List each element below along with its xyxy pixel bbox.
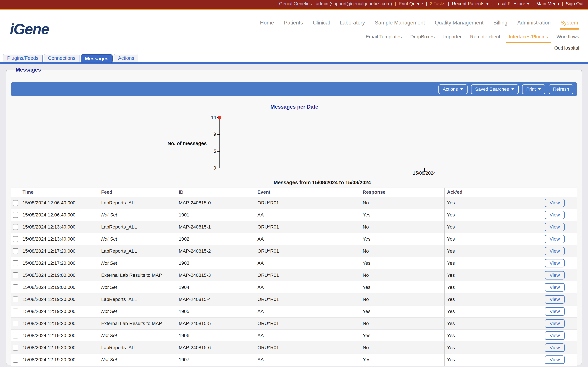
cell-response: No (360, 197, 445, 209)
nav-item-sample-management[interactable]: Sample Management (375, 20, 425, 26)
print-queue-link[interactable]: Print Queue (399, 1, 423, 7)
subnav-item-workflows[interactable]: Workflows (556, 34, 579, 40)
print-button[interactable]: Print (522, 84, 545, 94)
row-checkbox[interactable] (13, 333, 18, 338)
table-row: 15/08/2024 12:19:20.000 LabReports_ALL M… (11, 342, 577, 354)
tab-connections[interactable]: Connections (44, 54, 79, 62)
row-checkbox[interactable] (13, 309, 18, 314)
recent-patients-menu[interactable]: Recent Patients (452, 1, 489, 7)
local-filestore-menu[interactable]: Local Filestore (495, 1, 530, 7)
cell-event: AA (255, 354, 360, 366)
nav-item-patients[interactable]: Patients (284, 20, 303, 26)
x-axis (219, 168, 425, 168)
cell-id: 1905 (176, 306, 255, 317)
view-button[interactable]: View (545, 355, 565, 364)
nav-item-laboratory[interactable]: Laboratory (340, 20, 365, 26)
cell-acked: Yes (445, 293, 530, 306)
row-checkbox[interactable] (13, 357, 18, 363)
ou-label: Ou: (554, 45, 562, 51)
view-button[interactable]: View (545, 283, 565, 292)
subnav-item-remote-client[interactable]: Remote client (470, 34, 500, 40)
view-button[interactable]: View (545, 343, 565, 352)
cell-event: ORU^R01 (255, 221, 360, 233)
view-button[interactable]: View (545, 235, 565, 243)
row-checkbox[interactable] (13, 272, 18, 278)
nav-item-billing[interactable]: Billing (493, 20, 508, 26)
row-checkbox[interactable] (13, 200, 18, 206)
cell-time: 15/08/2024 12:19:20.000 (20, 293, 99, 306)
cell-response: Yes (360, 257, 445, 269)
nav-item-clinical[interactable]: Clinical (313, 20, 330, 26)
data-point-marker (218, 116, 221, 119)
recent-patients-label: Recent Patients (452, 1, 484, 7)
cell-id: 1907 (176, 354, 255, 366)
row-checkbox[interactable] (13, 212, 18, 218)
row-checkbox[interactable] (13, 224, 18, 230)
cell-response: No (360, 293, 445, 306)
cell-acked: Yes (445, 342, 530, 354)
sign-out-link[interactable]: Sign Out (566, 1, 584, 7)
ou-hospital-link[interactable]: Hospital (562, 45, 579, 51)
view-button[interactable]: View (545, 295, 565, 304)
subnav-item-dropboxes[interactable]: DropBoxes (410, 34, 435, 40)
view-button[interactable]: View (545, 211, 565, 219)
saved-searches-button[interactable]: Saved Searches (471, 84, 519, 94)
view-button[interactable]: View (545, 259, 565, 267)
igene-logo[interactable]: iGene (10, 20, 49, 38)
tab-messages[interactable]: Messages (81, 54, 113, 63)
subnav-item-email-templates[interactable]: Email Templates (366, 34, 402, 40)
cell-feed: External Lab Results to MAP (99, 269, 176, 281)
y-tick (217, 134, 219, 134)
row-checkbox[interactable] (13, 248, 18, 254)
subnav-item-importer[interactable]: Importer (443, 34, 462, 40)
cell-time: 15/08/2024 12:19:20.000 (20, 317, 99, 330)
tab-plugins-feeds[interactable]: Plugins/Feeds (3, 54, 43, 62)
top-bar: Genial Genetics - admin (support@genialg… (0, 0, 588, 10)
cell-feed: LabReports_ALL (99, 293, 176, 306)
view-button[interactable]: View (545, 199, 565, 207)
table-header-row: Time Feed ID Event Response Ack'ed (11, 188, 577, 197)
tasks-link[interactable]: 2 Tasks (430, 1, 445, 7)
messages-toolbar: Actions Saved Searches Print Refresh (11, 82, 577, 96)
time-column-header: Time (20, 188, 99, 197)
nav-item-home[interactable]: Home (260, 20, 274, 26)
cell-time: 15/08/2024 12:06:40.000 (20, 209, 99, 221)
feed-column-header: Feed (99, 188, 176, 197)
y-tick (217, 168, 219, 168)
main-menu-link[interactable]: Main Menu (536, 1, 559, 7)
view-button[interactable]: View (545, 331, 565, 340)
tab-actions[interactable]: Actions (114, 54, 138, 62)
cell-event: AA (255, 233, 360, 245)
view-button[interactable]: View (545, 319, 565, 328)
nav-item-administration[interactable]: Administration (517, 20, 551, 26)
row-checkbox[interactable] (13, 236, 18, 242)
nav-item-quality-management[interactable]: Quality Management (435, 20, 483, 26)
cell-time: 15/08/2024 12:06:40.000 (20, 197, 99, 209)
row-checkbox[interactable] (13, 284, 18, 290)
cell-event: ORU^R01 (255, 293, 360, 306)
row-checkbox[interactable] (13, 345, 18, 350)
row-checkbox[interactable] (13, 321, 18, 326)
table-row: 15/08/2024 12:13:40.000 Not Set 1902 AA … (11, 233, 577, 245)
view-button[interactable]: View (545, 307, 565, 316)
actions-button[interactable]: Actions (438, 84, 467, 94)
row-checkbox[interactable] (13, 297, 18, 302)
messages-panel: Messages Actions Saved Searches Print Re… (6, 67, 582, 365)
view-button[interactable]: View (545, 247, 565, 255)
refresh-button[interactable]: Refresh (549, 84, 573, 94)
chart-caption: Messages from 15/08/2024 to 15/08/2024 (274, 180, 371, 185)
nav-item-system[interactable]: System (561, 20, 578, 26)
cell-response: Yes (360, 233, 445, 245)
view-button[interactable]: View (545, 271, 565, 280)
x-tick-label: 15/08/2024 (413, 171, 436, 176)
row-checkbox[interactable] (13, 260, 18, 266)
subnav-item-interfaces-plugins[interactable]: Interfaces/Plugins (509, 34, 548, 40)
view-button[interactable]: View (545, 223, 565, 231)
caret-down-icon (527, 3, 530, 5)
cell-event: ORU^R01 (255, 245, 360, 257)
table-row: 15/08/2024 12:19:20.000 Not Set 1905 AA … (11, 306, 577, 317)
cell-event: ORU^R01 (255, 342, 360, 354)
current-user-link[interactable]: Genial Genetics - admin (support@genialg… (279, 1, 392, 7)
table-row: 15/08/2024 12:19:00.000 Not Set 1904 AA … (11, 281, 577, 293)
ou-row: Ou:Hospital (146, 45, 588, 51)
